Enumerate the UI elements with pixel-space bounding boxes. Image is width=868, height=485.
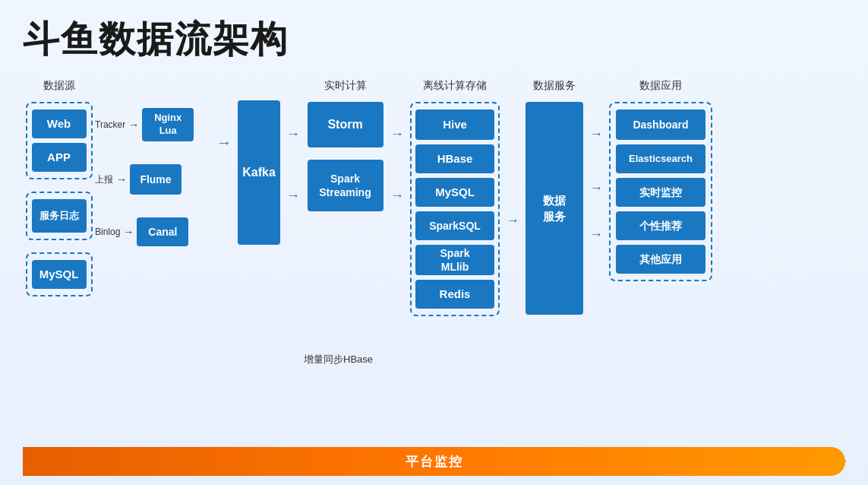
- offline-section: 离线计算存储 Hive HBase MySQL SparkSQL SparkML…: [406, 79, 504, 316]
- kafka-section: . Kafka: [233, 79, 285, 245]
- dataservice-box: 数据服务: [526, 102, 583, 315]
- ds-mysql-group: MySQL: [26, 252, 93, 296]
- label-incremental: 增量同步HBase: [304, 353, 373, 366]
- datasource-group: Web APP: [26, 102, 93, 179]
- collect-canal: Canal: [137, 217, 188, 246]
- app-recommend: 个性推荐: [616, 211, 705, 240]
- offline-redis: Redis: [415, 280, 494, 309]
- collect-flume: Flume: [130, 164, 181, 195]
- arrows-realtime-offline: → →: [389, 79, 406, 204]
- arrow1: →: [128, 119, 139, 131]
- diagram-area: 数据源 Web APP 服务日志 MySQL Tracker: [23, 79, 845, 429]
- offline-sparksql: SparkSQL: [415, 211, 494, 240]
- arrows-offline-service: →: [504, 79, 521, 322]
- collect-section: Tracker → NginxLua 上报 → Flume Binlog → C…: [95, 79, 216, 246]
- app-es: Elasticsearch: [616, 144, 705, 173]
- offline-mysql: MySQL: [415, 178, 494, 207]
- monitoring-label: 平台监控: [406, 453, 463, 471]
- page-title: 斗鱼数据流架构: [23, 15, 845, 64]
- label-tracker: Tracker: [95, 119, 125, 130]
- app-other: 其他应用: [616, 245, 705, 274]
- arrow-tip: [822, 447, 847, 476]
- app-dashboard: Dashboard: [616, 109, 705, 140]
- arrows-from-kafka: → →: [285, 79, 301, 204]
- offline-hive: Hive: [415, 109, 494, 140]
- realtime-section: 实时计算 Storm SparkStreaming: [301, 79, 389, 211]
- arrow3: →: [123, 226, 134, 238]
- label-upload: 上报: [95, 173, 113, 186]
- main-container: 斗鱼数据流架构 数据源 Web APP 服务日志 MySQL: [0, 0, 868, 485]
- label-binlog: Binlog: [95, 227, 120, 237]
- collect-nginx: NginxLua: [142, 108, 194, 141]
- col-label-dataapp: 数据应用: [639, 79, 682, 93]
- dataservice-section: 数据服务 数据服务: [521, 79, 588, 315]
- arrow-to-kafka: →: [216, 134, 232, 151]
- arrow2: →: [116, 173, 127, 185]
- col-label-dataservice: 数据服务: [533, 79, 576, 93]
- app-monitor: 实时监控: [616, 178, 705, 207]
- arrows-service-app: → → →: [588, 79, 604, 322]
- ds-log-group: 服务日志: [26, 192, 93, 240]
- ds-app: APP: [32, 143, 87, 172]
- dataapp-group: Dashboard Elasticsearch 实时监控 个性推荐 其他应用: [609, 102, 712, 281]
- offline-sparkml: SparkMLlib: [415, 245, 494, 275]
- bottom-monitoring-bar: 平台监控: [23, 447, 845, 476]
- ds-web: Web: [32, 109, 87, 138]
- col-label-datasource: 数据源: [43, 79, 75, 93]
- ds-log: 服务日志: [32, 199, 87, 233]
- offline-group: Hive HBase MySQL SparkSQL SparkMLlib Red…: [410, 102, 500, 316]
- kafka-box: Kafka: [238, 100, 280, 245]
- col-label-realtime: 实时计算: [324, 79, 367, 93]
- offline-hbase: HBase: [415, 144, 494, 173]
- realtime-spark: SparkStreaming: [308, 160, 383, 211]
- ds-mysql: MySQL: [32, 260, 87, 289]
- realtime-storm: Storm: [308, 102, 383, 147]
- dataapp-section: 数据应用 Dashboard Elasticsearch 实时监控 个性推荐 其…: [604, 79, 717, 281]
- col-label-offline: 离线计算存储: [423, 79, 487, 93]
